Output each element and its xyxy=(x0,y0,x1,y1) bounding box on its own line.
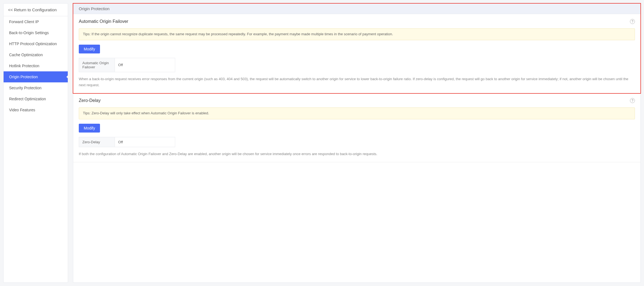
section-title-failover: Automatic Origin Failover xyxy=(79,19,128,24)
modify-button-failover[interactable]: Modify xyxy=(79,45,100,53)
section-zero-delay: Zero-Delay ? Tips: Zero-Delay will only … xyxy=(73,93,640,162)
sidebar-item-hotlink-protection[interactable]: Hotlink Protection xyxy=(4,60,68,71)
status-value-failover: Off xyxy=(115,58,175,72)
sidebar-item-redirect-optimization[interactable]: Redirect Optimization xyxy=(4,93,68,104)
sidebar-item-video-features[interactable]: Video Features xyxy=(4,104,68,115)
description-failover: When a back-to-origin request receives e… xyxy=(79,76,635,88)
sidebar-item-origin-protection[interactable]: Origin Protection xyxy=(4,71,68,82)
page-title: Origin Protection xyxy=(73,4,640,14)
sidebar-item-back-to-origin[interactable]: Back-to-Origin Settings xyxy=(4,27,68,38)
section-automatic-origin-failover: Automatic Origin Failover ? Tips: If the… xyxy=(73,14,640,93)
status-key-failover: Automatic Origin Failover xyxy=(79,58,115,72)
sidebar-item-cache-optimization[interactable]: Cache Optimization xyxy=(4,49,68,60)
return-to-configuration-link[interactable]: << Return to Configuration xyxy=(4,4,68,16)
main-content: Origin Protection Automatic Origin Failo… xyxy=(73,3,641,283)
status-key-zerodelay: Zero-Delay xyxy=(79,137,115,147)
tips-failover: Tips: If the origin cannot recognize dup… xyxy=(79,28,635,40)
modify-button-zerodelay[interactable]: Modify xyxy=(79,124,100,133)
status-table-failover: Automatic Origin Failover Off xyxy=(79,58,175,72)
sidebar-item-http-protocol-optimization[interactable]: HTTP Protocol Optimization xyxy=(4,38,68,49)
sidebar-item-forward-client-ip[interactable]: Forward Client IP xyxy=(4,16,68,27)
status-value-zerodelay: Off xyxy=(115,137,175,147)
sidebar-item-security-protection[interactable]: Security Protection xyxy=(4,82,68,93)
status-table-zerodelay: Zero-Delay Off xyxy=(79,137,175,147)
description-zerodelay: If both the configuration of Automatic O… xyxy=(79,151,635,157)
help-icon[interactable]: ? xyxy=(630,98,635,103)
help-icon[interactable]: ? xyxy=(630,19,635,24)
tips-zerodelay: Tips: Zero-Delay will only take effect w… xyxy=(79,107,635,119)
sidebar: << Return to Configuration Forward Clien… xyxy=(3,3,68,283)
section-title-zerodelay: Zero-Delay xyxy=(79,98,101,103)
highlight-annotation: Origin Protection Automatic Origin Failo… xyxy=(73,3,641,94)
